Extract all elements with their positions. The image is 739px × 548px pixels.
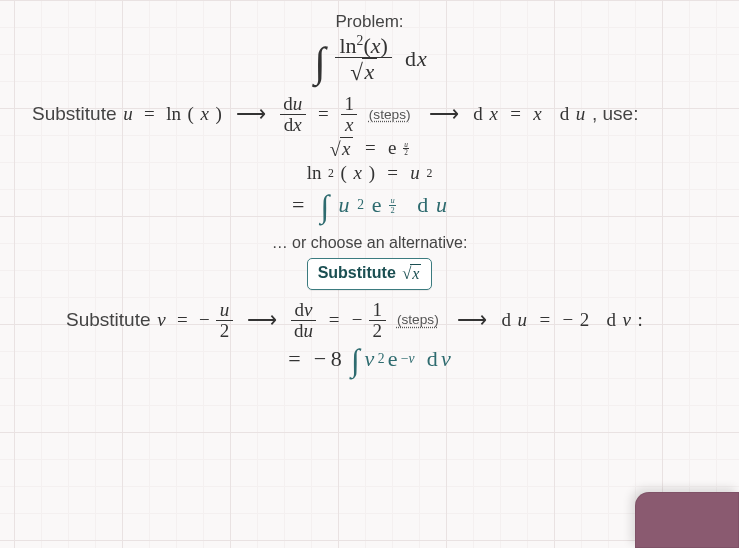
problem-integral: ∫ ln2(x) √x dx [28,34,711,84]
substitute-label: Substitute [32,103,117,126]
result-integral-u: = ∫ u2e u 2 du [28,191,711,220]
steps-link-1[interactable]: (steps) [369,107,411,123]
substitution-u-line: Substitute u = ln(x) ⟶ du dx = 1 x (step… [28,94,711,135]
result-integral-v: = −8 ∫ v2e−v dv [28,345,711,374]
problem-heading: Problem: [28,12,711,32]
alternative-label: … or choose an alternative: [28,234,711,252]
substitute-label-v: Substitute [66,309,151,332]
substitute-sqrt-x-button[interactable]: Substitute √x [307,258,433,291]
identity-line-1: √x = e u 2 [28,137,711,160]
substitution-v-line: Substitute v = − u 2 ⟶ dv du = − 1 2 (st… [28,300,711,341]
steps-link-2[interactable]: (steps) [397,312,439,328]
corner-widget[interactable] [635,492,739,548]
identity-line-2: ln2(x) = u2 [28,162,711,185]
btn-label: Substitute [318,264,396,282]
